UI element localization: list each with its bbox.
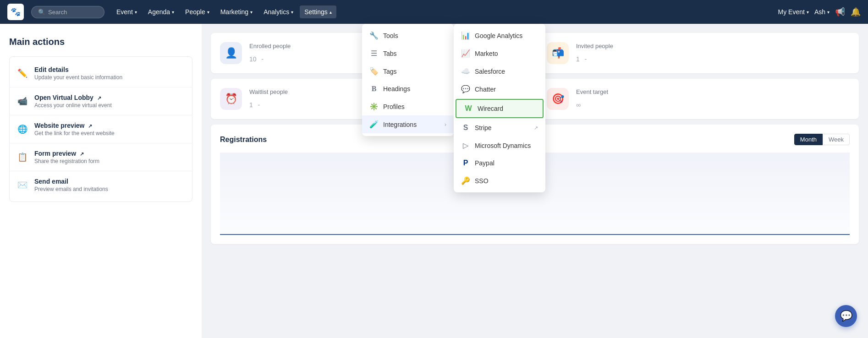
event-target-value: ∞ <box>576 97 608 110</box>
top-navigation: 🐾 🔍 Search Event ▾ Agenda ▾ People ▾ Mar… <box>0 0 868 24</box>
enrolled-people-suffix: - <box>261 55 264 63</box>
nav-event[interactable]: Event ▾ <box>112 5 142 18</box>
chevron-down-icon: ▾ <box>207 10 209 15</box>
nav-marketing[interactable]: Marketing ▾ <box>216 5 257 18</box>
submenu-item-salesforce[interactable]: ☁️ Salesforce <box>454 62 545 80</box>
dropdown-item-tabs[interactable]: ☰ Tabs <box>362 44 454 62</box>
enrolled-people-icon: 👤 <box>220 42 242 64</box>
waitlist-people-suffix: - <box>258 101 260 109</box>
chart-title: Registrations <box>220 136 267 144</box>
chevron-down-icon: ▾ <box>250 10 253 15</box>
microsoft-dynamics-icon: ▷ <box>461 141 470 150</box>
search-bar[interactable]: 🔍 Search <box>31 6 104 18</box>
dropdown-item-profiles[interactable]: ✳️ Profiles <box>362 98 454 115</box>
main-nav: Event ▾ Agenda ▾ People ▾ Marketing ▾ An… <box>112 5 336 18</box>
dropdown-item-tools[interactable]: 🔧 Tools <box>362 27 454 44</box>
app-logo[interactable]: 🐾 <box>7 4 24 20</box>
chevron-down-icon: ▾ <box>172 10 174 15</box>
submenu-item-google-analytics[interactable]: 📊 Google Analytics <box>454 27 545 44</box>
submenu-item-chatter[interactable]: 💬 Chatter <box>454 80 545 98</box>
chart-tabs: Month Week <box>794 134 850 145</box>
event-target-icon: 🎯 <box>547 88 569 110</box>
waitlist-people-label: Waitlist people <box>249 88 288 95</box>
sidebar-item-form-preview[interactable]: 📋 Form preview ↗ Share the registration … <box>10 143 192 171</box>
enrolled-people-label: Enrolled people <box>249 43 291 49</box>
external-link-icon: ↗ <box>534 125 538 131</box>
sidebar-item-open-virtual-lobby[interactable]: 📹 Open Virtual Lobby ↗ Access your onlin… <box>10 87 192 115</box>
main-actions-card: ✏️ Edit details Update your event basic … <box>9 56 192 202</box>
chart-tab-month[interactable]: Month <box>794 134 823 145</box>
open-virtual-lobby-desc: Access your online virtual event <box>34 102 185 109</box>
salesforce-icon: ☁️ <box>461 67 470 76</box>
integrations-submenu: 📊 Google Analytics 📈 Marketo ☁️ Salesfor… <box>454 24 545 192</box>
waitlist-people-value: 1 - <box>249 97 288 110</box>
profiles-icon: ✳️ <box>369 102 379 111</box>
submenu-item-sso[interactable]: 🔑 SSO <box>454 172 545 190</box>
bell-icon[interactable]: 🔔 <box>851 7 861 17</box>
chevron-down-icon: ▾ <box>807 10 809 15</box>
send-email-title: Send email <box>34 178 185 185</box>
chevron-down-icon: ▾ <box>135 10 137 15</box>
dropdown-item-headings[interactable]: B Headings <box>362 80 454 98</box>
sidebar-item-edit-details[interactable]: ✏️ Edit details Update your event basic … <box>10 60 192 87</box>
arrow-right-icon: › <box>445 121 446 128</box>
integrations-icon: 🧪 <box>369 120 379 129</box>
sidebar-item-website-preview[interactable]: 🌐 Website preview ↗ Get the link for the… <box>10 115 192 143</box>
search-placeholder: Search <box>48 9 67 16</box>
dropdown-item-tags[interactable]: 🏷️ Tags <box>362 62 454 80</box>
submenu-item-marketo[interactable]: 📈 Marketo <box>454 44 545 62</box>
sidebar-item-send-email[interactable]: ✉️ Send email Preview emails and invitat… <box>10 171 192 199</box>
submenu-item-paypal[interactable]: P Paypal <box>454 154 545 172</box>
submenu-item-wirecard[interactable]: W Wirecard <box>456 99 544 118</box>
invited-people-label: Invited people <box>576 43 613 49</box>
top-right-area: My Event ▾ Ash ▾ 📢 🔔 <box>778 7 861 17</box>
paypal-icon: P <box>461 159 470 167</box>
user-menu[interactable]: Ash ▾ <box>814 8 830 16</box>
form-preview-title: Form preview ↗ <box>34 150 185 157</box>
form-preview-desc: Share the registration form <box>34 158 185 164</box>
stat-invited-people: 📬 Invited people 1 - <box>538 33 859 73</box>
submenu-item-stripe[interactable]: S Stripe ↗ <box>454 119 545 136</box>
website-preview-title: Website preview ↗ <box>34 122 185 129</box>
dropdown-item-integrations[interactable]: 🧪 Integrations › <box>362 115 454 133</box>
chat-icon: 💬 <box>840 310 852 322</box>
chat-button[interactable]: 💬 <box>835 305 857 327</box>
edit-details-desc: Update your event basic information <box>34 74 185 81</box>
stripe-icon: S <box>461 124 470 132</box>
tools-icon: 🔧 <box>369 31 379 40</box>
clipboard-icon: 📋 <box>17 152 28 162</box>
megaphone-icon[interactable]: 📢 <box>835 7 845 17</box>
event-target-label: Event target <box>576 88 608 95</box>
sso-icon: 🔑 <box>461 176 470 185</box>
waitlist-people-icon: ⏰ <box>220 88 242 110</box>
my-event-menu[interactable]: My Event ▾ <box>778 8 809 16</box>
chart-tab-week[interactable]: Week <box>823 134 850 145</box>
stat-event-target: 🎯 Event target ∞ <box>538 79 859 119</box>
edit-icon: ✏️ <box>17 68 28 78</box>
external-link-icon: ↗ <box>80 151 84 157</box>
submenu-item-microsoft-dynamics[interactable]: ▷ Microsoft Dynamics <box>454 136 545 154</box>
nav-analytics[interactable]: Analytics ▾ <box>259 5 298 18</box>
send-email-desc: Preview emails and invitations <box>34 186 185 192</box>
headings-icon: B <box>369 85 379 93</box>
nav-settings[interactable]: Settings ▴ <box>300 5 336 18</box>
email-icon: ✉️ <box>17 180 28 190</box>
enrolled-people-value: 10 - <box>249 51 291 64</box>
tabs-icon: ☰ <box>369 49 379 58</box>
chatter-icon: 💬 <box>461 85 470 93</box>
settings-dropdown: 🔧 Tools ☰ Tabs 🏷️ Tags B Headings ✳️ Pro… <box>362 24 454 136</box>
external-link-icon: ↗ <box>88 123 92 129</box>
invited-people-value: 1 - <box>576 51 613 64</box>
invited-people-suffix: - <box>584 55 587 63</box>
video-icon: 📹 <box>17 96 28 106</box>
open-virtual-lobby-title: Open Virtual Lobby ↗ <box>34 94 185 101</box>
nav-agenda[interactable]: Agenda ▾ <box>143 5 179 18</box>
integrations-submenu-menu: 📊 Google Analytics 📈 Marketo ☁️ Salesfor… <box>454 24 545 192</box>
chevron-down-icon: ▾ <box>827 10 830 15</box>
nav-people[interactable]: People ▾ <box>181 5 214 18</box>
sidebar: Main actions ✏️ Edit details Update your… <box>0 24 202 338</box>
globe-icon: 🌐 <box>17 124 28 134</box>
external-link-icon: ↗ <box>97 95 101 101</box>
invited-people-icon: 📬 <box>547 42 569 64</box>
marketo-icon: 📈 <box>461 49 470 58</box>
